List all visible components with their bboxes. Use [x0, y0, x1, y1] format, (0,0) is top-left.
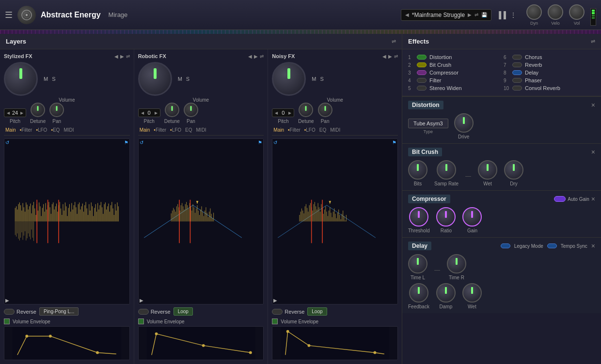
envelope-checkbox-robotic[interactable]: [138, 318, 144, 324]
timel-knob[interactable]: [408, 254, 427, 273]
detune-knob-robotic[interactable]: [165, 103, 179, 117]
bits-knob[interactable]: [408, 160, 427, 180]
layers-shuffle-icon[interactable]: ⇌: [392, 38, 396, 45]
mute-btn-robotic[interactable]: M: [178, 76, 182, 82]
threshold-knob[interactable]: [409, 207, 428, 227]
reverse-toggle-stylized[interactable]: Reverse: [4, 309, 36, 315]
tab-midi-robotic[interactable]: MIDI: [195, 127, 208, 133]
tab-midi-noisy[interactable]: MIDI: [329, 127, 342, 133]
volume-knob-robotic[interactable]: [138, 62, 172, 96]
preset-next[interactable]: ▶: [468, 12, 472, 17]
legacy-mode-toggle[interactable]: [501, 243, 510, 248]
effect-toggle-delay[interactable]: [512, 70, 522, 75]
tab-filter-robotic[interactable]: •Filter: [152, 127, 168, 133]
pitch-prev-robotic[interactable]: ◀: [141, 111, 144, 115]
tab-eq-robotic[interactable]: EQ: [184, 127, 193, 133]
tab-main-noisy[interactable]: Main: [272, 127, 285, 133]
feedback-knob[interactable]: [409, 283, 428, 303]
mute-btn-stylized[interactable]: M: [44, 76, 48, 82]
detune-knob-stylized[interactable]: [31, 103, 45, 117]
loop-btn-robotic[interactable]: Loop: [174, 307, 193, 316]
wet-knob-bc[interactable]: [478, 160, 497, 180]
dyn-knob[interactable]: [526, 4, 542, 20]
effect-toggle-compressor[interactable]: [417, 70, 427, 75]
tab-lfo-stylized[interactable]: •LFO: [34, 127, 48, 133]
bars-icon[interactable]: ▐▐: [496, 11, 506, 19]
pitch-next-robotic[interactable]: ▶: [155, 111, 158, 115]
layer-next-stylized[interactable]: ▶: [120, 54, 124, 59]
reverse-toggle-noisy[interactable]: Reverse: [272, 309, 304, 315]
waveform-play-robotic[interactable]: ▶: [140, 298, 143, 303]
pan-knob-noisy[interactable]: [318, 103, 332, 117]
effect-toggle-reverb[interactable]: [512, 62, 522, 67]
more-icon[interactable]: ⋮: [510, 11, 517, 19]
velo-knob[interactable]: [548, 4, 563, 20]
tab-main-stylized[interactable]: Main: [4, 127, 17, 133]
bitcrush-close[interactable]: ×: [591, 148, 595, 156]
preset-shuffle[interactable]: ⇌: [474, 12, 478, 17]
waveform-play-noisy[interactable]: ▶: [273, 298, 277, 303]
gain-knob[interactable]: [462, 207, 482, 227]
preset-save[interactable]: 💾: [481, 12, 487, 17]
waveform-rewind-icon-robotic[interactable]: ↺: [140, 140, 143, 145]
effects-shuffle-icon[interactable]: ⇌: [591, 38, 595, 45]
solo-btn-noisy[interactable]: S: [320, 76, 324, 82]
samprate-knob[interactable]: [437, 160, 456, 180]
layer-prev-noisy[interactable]: ◀: [382, 54, 386, 59]
envelope-checkbox-noisy[interactable]: [272, 318, 278, 324]
layer-prev-stylized[interactable]: ◀: [114, 54, 118, 59]
layer-shuffle-stylized[interactable]: ⇌: [126, 54, 130, 59]
waveform-play-stylized[interactable]: ▶: [5, 298, 9, 303]
layer-shuffle-noisy[interactable]: ⇌: [394, 54, 398, 59]
tempo-sync-toggle[interactable]: [547, 243, 557, 248]
tab-filter-stylized[interactable]: •Filter: [18, 127, 34, 133]
detune-knob-noisy[interactable]: [299, 103, 313, 117]
layer-prev-robotic[interactable]: ◀: [248, 54, 252, 59]
effect-toggle-convolreverb[interactable]: [512, 86, 522, 91]
pitch-prev-noisy[interactable]: ◀: [275, 111, 278, 115]
compressor-close[interactable]: ×: [591, 195, 595, 203]
menu-icon[interactable]: ☰: [5, 10, 13, 20]
wet-knob-delay[interactable]: [462, 283, 482, 303]
reverse-toggle-robotic[interactable]: Reverse: [138, 309, 171, 315]
effect-toggle-filter[interactable]: [417, 78, 427, 83]
envelope-checkbox-stylized[interactable]: [4, 318, 10, 324]
tab-midi-stylized[interactable]: MIDI: [62, 127, 75, 133]
timer-knob[interactable]: [447, 254, 466, 273]
waveform-rewind-icon-noisy[interactable]: ↺: [273, 140, 277, 145]
delay-close[interactable]: ×: [591, 242, 595, 250]
drive-knob[interactable]: [454, 113, 474, 133]
pitch-prev-stylized[interactable]: ◀: [7, 111, 10, 115]
waveform-rewind-icon[interactable]: ↺: [5, 140, 9, 145]
tab-eq-noisy[interactable]: EQ: [318, 127, 328, 133]
solo-btn-robotic[interactable]: S: [186, 76, 190, 82]
distortion-close[interactable]: ×: [591, 101, 595, 109]
pan-knob-stylized[interactable]: [49, 103, 64, 117]
effect-toggle-bitcrush[interactable]: [417, 62, 427, 67]
tab-eq-stylized[interactable]: •EQ: [49, 127, 61, 133]
tab-lfo-noisy[interactable]: •LFO: [303, 127, 317, 133]
tab-main-robotic[interactable]: Main: [138, 127, 152, 133]
tab-filter-noisy[interactable]: •Filter: [286, 127, 302, 133]
ratio-knob[interactable]: [436, 207, 456, 227]
dry-knob-bc[interactable]: [504, 160, 523, 180]
auto-gain-switch[interactable]: [554, 196, 566, 202]
preset-prev[interactable]: ◀: [405, 12, 409, 17]
effect-toggle-stereowiden[interactable]: [417, 86, 427, 91]
effect-toggle-chorus[interactable]: [512, 55, 522, 60]
volume-knob-stylized[interactable]: [4, 62, 38, 96]
volume-knob-noisy[interactable]: [272, 62, 306, 96]
damp-knob[interactable]: [436, 283, 456, 303]
type-value[interactable]: Tube Asym3: [408, 119, 448, 128]
layer-next-noisy[interactable]: ▶: [388, 54, 392, 59]
tab-lfo-robotic[interactable]: •LFO: [169, 127, 183, 133]
vol-knob[interactable]: [569, 4, 585, 20]
solo-btn-stylized[interactable]: S: [52, 76, 55, 82]
loop-btn-noisy[interactable]: Loop: [307, 307, 327, 316]
pitch-next-stylized[interactable]: ▶: [20, 111, 23, 115]
mute-btn-noisy[interactable]: M: [312, 76, 316, 82]
layer-next-robotic[interactable]: ▶: [254, 54, 258, 59]
effect-toggle-phaser[interactable]: [512, 78, 522, 83]
layer-shuffle-robotic[interactable]: ⇌: [260, 54, 264, 59]
pitch-next-noisy[interactable]: ▶: [288, 111, 291, 115]
